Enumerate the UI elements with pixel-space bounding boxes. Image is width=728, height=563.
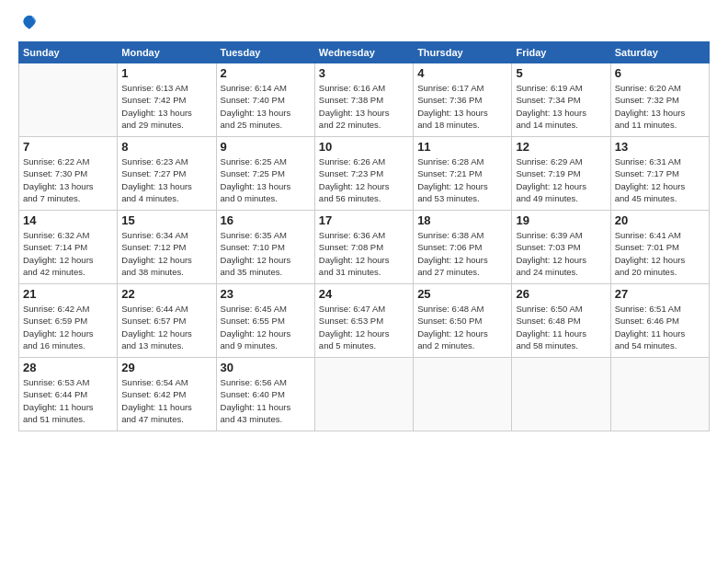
day-info: Sunrise: 6:47 AM Sunset: 6:53 PM Dayligh… [319,303,409,351]
day-info: Sunrise: 6:39 AM Sunset: 7:03 PM Dayligh… [516,229,606,278]
calendar-header-day: Tuesday [216,42,314,63]
calendar-cell: 16Sunrise: 6:35 AM Sunset: 7:10 PM Dayli… [216,211,314,284]
calendar-header-day: Sunday [19,42,118,63]
day-number: 19 [516,213,606,227]
day-number: 14 [23,213,113,227]
calendar-cell: 18Sunrise: 6:38 AM Sunset: 7:06 PM Dayli… [414,211,512,284]
day-number: 3 [319,66,409,80]
calendar-cell: 22Sunrise: 6:44 AM Sunset: 6:57 PM Dayli… [118,284,216,358]
day-info: Sunrise: 6:32 AM Sunset: 7:14 PM Dayligh… [23,229,113,278]
calendar-cell: 25Sunrise: 6:48 AM Sunset: 6:50 PM Dayli… [414,284,512,358]
day-number: 21 [23,287,113,301]
calendar-cell: 5Sunrise: 6:19 AM Sunset: 7:34 PM Daylig… [512,63,610,137]
calendar-cell: 8Sunrise: 6:23 AM Sunset: 7:27 PM Daylig… [118,137,216,211]
day-info: Sunrise: 6:17 AM Sunset: 7:36 PM Dayligh… [417,82,507,131]
day-number: 11 [417,140,507,154]
calendar-cell: 6Sunrise: 6:20 AM Sunset: 7:32 PM Daylig… [610,63,709,137]
day-number: 28 [23,361,113,374]
calendar-cell: 4Sunrise: 6:17 AM Sunset: 7:36 PM Daylig… [414,63,512,137]
day-number: 27 [615,287,705,301]
day-info: Sunrise: 6:22 AM Sunset: 7:30 PM Dayligh… [23,155,113,204]
day-number: 15 [121,213,211,227]
day-number: 20 [615,213,705,227]
calendar-cell: 9Sunrise: 6:25 AM Sunset: 7:25 PM Daylig… [216,137,314,211]
calendar-cell: 11Sunrise: 6:28 AM Sunset: 7:21 PM Dayli… [414,137,512,211]
calendar-cell: 27Sunrise: 6:51 AM Sunset: 6:46 PM Dayli… [610,284,709,358]
calendar-cell: 2Sunrise: 6:14 AM Sunset: 7:40 PM Daylig… [216,63,314,137]
calendar-cell: 3Sunrise: 6:16 AM Sunset: 7:38 PM Daylig… [314,63,413,137]
day-info: Sunrise: 6:41 AM Sunset: 7:01 PM Dayligh… [615,229,705,278]
day-info: Sunrise: 6:42 AM Sunset: 6:59 PM Dayligh… [23,303,113,351]
calendar-cell: 7Sunrise: 6:22 AM Sunset: 7:30 PM Daylig… [19,137,118,211]
day-number: 17 [319,213,409,227]
day-number: 10 [319,140,409,154]
day-info: Sunrise: 6:38 AM Sunset: 7:06 PM Dayligh… [417,229,507,278]
day-info: Sunrise: 6:44 AM Sunset: 6:57 PM Dayligh… [121,303,211,351]
day-info: Sunrise: 6:13 AM Sunset: 7:42 PM Dayligh… [121,82,211,131]
day-number: 9 [221,140,311,154]
calendar-cell: 14Sunrise: 6:32 AM Sunset: 7:14 PM Dayli… [19,211,118,284]
calendar-table: SundayMondayTuesdayWednesdayThursdayFrid… [18,41,710,431]
calendar-cell: 19Sunrise: 6:39 AM Sunset: 7:03 PM Dayli… [512,211,610,284]
day-number: 2 [221,66,311,80]
calendar-cell [610,358,709,431]
calendar-week-row: 1Sunrise: 6:13 AM Sunset: 7:42 PM Daylig… [19,63,710,137]
calendar-week-row: 21Sunrise: 6:42 AM Sunset: 6:59 PM Dayli… [19,284,710,358]
calendar-week-row: 28Sunrise: 6:53 AM Sunset: 6:44 PM Dayli… [19,358,710,431]
calendar-header-row: SundayMondayTuesdayWednesdayThursdayFrid… [19,42,710,63]
calendar-header-day: Friday [512,42,610,63]
calendar-cell: 29Sunrise: 6:54 AM Sunset: 6:42 PM Dayli… [118,358,216,431]
day-number: 25 [417,287,507,301]
day-info: Sunrise: 6:50 AM Sunset: 6:48 PM Dayligh… [516,303,606,351]
calendar-cell: 1Sunrise: 6:13 AM Sunset: 7:42 PM Daylig… [118,63,216,137]
day-info: Sunrise: 6:25 AM Sunset: 7:25 PM Dayligh… [221,155,311,204]
day-info: Sunrise: 6:29 AM Sunset: 7:19 PM Dayligh… [516,155,606,204]
calendar-week-row: 14Sunrise: 6:32 AM Sunset: 7:14 PM Dayli… [19,211,710,284]
calendar-cell: 28Sunrise: 6:53 AM Sunset: 6:44 PM Dayli… [19,358,118,431]
day-number: 23 [221,287,311,301]
day-number: 6 [615,66,705,80]
calendar-header-day: Thursday [414,42,512,63]
calendar-cell: 15Sunrise: 6:34 AM Sunset: 7:12 PM Dayli… [118,211,216,284]
day-info: Sunrise: 6:48 AM Sunset: 6:50 PM Dayligh… [417,303,507,351]
day-info: Sunrise: 6:16 AM Sunset: 7:38 PM Dayligh… [319,82,409,131]
calendar-body: 1Sunrise: 6:13 AM Sunset: 7:42 PM Daylig… [19,63,710,431]
calendar-cell: 30Sunrise: 6:56 AM Sunset: 6:40 PM Dayli… [216,358,314,431]
day-number: 29 [121,361,211,374]
calendar-header-day: Saturday [610,42,709,63]
calendar-cell: 24Sunrise: 6:47 AM Sunset: 6:53 PM Dayli… [314,284,413,358]
calendar-cell [414,358,512,431]
calendar-header-day: Wednesday [314,42,413,63]
day-number: 13 [615,140,705,154]
day-info: Sunrise: 6:28 AM Sunset: 7:21 PM Dayligh… [417,155,507,204]
day-number: 4 [417,66,507,80]
day-info: Sunrise: 6:45 AM Sunset: 6:55 PM Dayligh… [221,303,311,351]
calendar-cell [512,358,610,431]
calendar-cell: 13Sunrise: 6:31 AM Sunset: 7:17 PM Dayli… [610,137,709,211]
calendar-cell [314,358,413,431]
calendar-cell [19,63,118,137]
day-number: 22 [121,287,211,301]
day-info: Sunrise: 6:54 AM Sunset: 6:42 PM Dayligh… [121,376,211,425]
calendar-cell: 17Sunrise: 6:36 AM Sunset: 7:08 PM Dayli… [314,211,413,284]
calendar-cell: 23Sunrise: 6:45 AM Sunset: 6:55 PM Dayli… [216,284,314,358]
day-number: 12 [516,140,606,154]
calendar-week-row: 7Sunrise: 6:22 AM Sunset: 7:30 PM Daylig… [19,137,710,211]
day-info: Sunrise: 6:36 AM Sunset: 7:08 PM Dayligh… [319,229,409,278]
calendar-cell: 10Sunrise: 6:26 AM Sunset: 7:23 PM Dayli… [314,137,413,211]
day-info: Sunrise: 6:14 AM Sunset: 7:40 PM Dayligh… [221,82,311,131]
day-info: Sunrise: 6:19 AM Sunset: 7:34 PM Dayligh… [516,82,606,131]
logo [18,14,39,32]
day-info: Sunrise: 6:35 AM Sunset: 7:10 PM Dayligh… [221,229,311,278]
day-number: 30 [221,361,311,374]
calendar-cell: 21Sunrise: 6:42 AM Sunset: 6:59 PM Dayli… [19,284,118,358]
day-info: Sunrise: 6:56 AM Sunset: 6:40 PM Dayligh… [221,376,311,425]
day-number: 16 [221,213,311,227]
day-info: Sunrise: 6:20 AM Sunset: 7:32 PM Dayligh… [615,82,705,131]
day-number: 8 [121,140,211,154]
day-number: 7 [23,140,113,154]
day-info: Sunrise: 6:34 AM Sunset: 7:12 PM Dayligh… [121,229,211,278]
calendar-cell: 26Sunrise: 6:50 AM Sunset: 6:48 PM Dayli… [512,284,610,358]
day-number: 24 [319,287,409,301]
day-number: 18 [417,213,507,227]
